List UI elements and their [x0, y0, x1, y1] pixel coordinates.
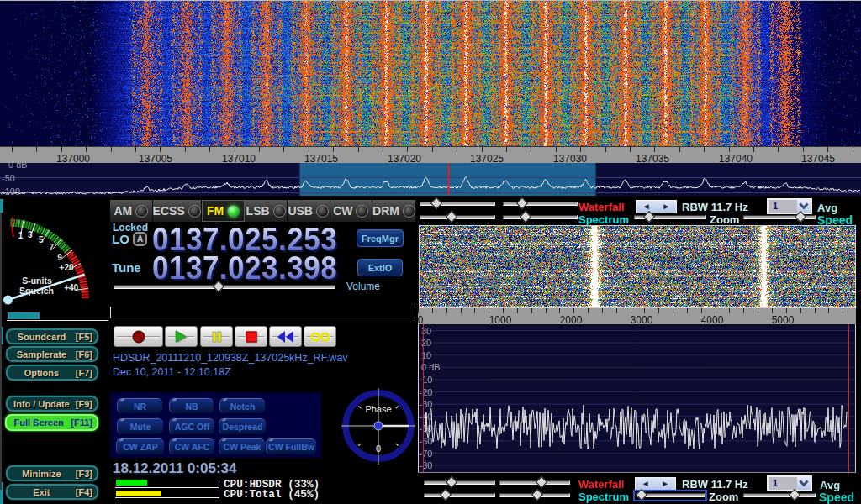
svg-text:+40: +40 — [64, 283, 78, 292]
svg-text:S-units: S-units — [22, 276, 52, 286]
svg-text:0: 0 — [376, 444, 381, 454]
svg-text:3: 3 — [28, 230, 33, 239]
svg-text:+20: +20 — [60, 263, 74, 272]
svg-text:9: 9 — [57, 253, 62, 262]
svg-text:Phase: Phase — [365, 404, 391, 414]
svg-text:1: 1 — [18, 231, 24, 240]
svg-text:5: 5 — [39, 235, 44, 244]
svg-text:7: 7 — [50, 243, 55, 252]
